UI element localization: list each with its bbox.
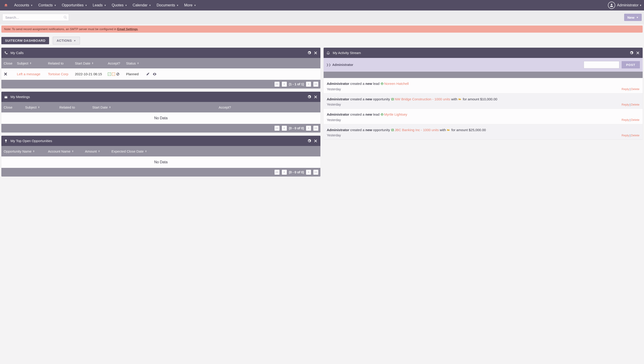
reply-link[interactable]: Reply [622,87,629,91]
panel-activity-stream: My Activity Stream ❯❯ Administrator POST [324,48,643,140]
record-link[interactable]: Myrtle Lightsey [384,112,407,116]
col-related[interactable]: Related to [59,105,92,109]
edit-icon[interactable] [146,72,150,76]
gear-icon[interactable] [307,139,311,143]
pager-prev[interactable]: < [282,170,287,175]
col-related[interactable]: Related to [48,61,75,65]
nav-item-documents[interactable]: Documents▼ [154,0,181,10]
panel-header: My Activity Stream [324,48,643,58]
pager-first[interactable]: << [274,170,280,175]
row-status: Planned [126,72,139,76]
nav-item-accounts[interactable]: Accounts▼ [12,0,36,10]
pager-last[interactable]: >> [313,82,319,87]
home-icon[interactable] [2,2,10,9]
view-icon[interactable] [152,72,157,76]
nav-item-contacts[interactable]: Contacts▼ [36,0,59,10]
svg-point-19 [382,83,382,84]
pager-last[interactable]: >> [313,126,319,131]
col-account[interactable]: Account Name▲▼ [48,150,85,153]
col-close[interactable]: Close [4,61,17,65]
col-start[interactable]: Start Date▲▼ [75,61,108,65]
panel-title: My Top Open Opportunities [11,139,305,143]
reply-link[interactable]: Reply [622,103,629,106]
stream-time: Yesterday [327,118,341,122]
col-start[interactable]: Start Date▲▼ [92,105,132,109]
panel-header: My Calls [1,48,320,58]
delete-link[interactable]: Delete [631,134,639,137]
record-link[interactable]: Noreen Hatchell [384,82,409,86]
chevron-down-icon: ▼ [74,40,76,42]
col-close-date[interactable]: Expected Close Date▲▼ [111,150,318,153]
svg-text:$: $ [392,129,393,131]
stream-text: Administrator created a new opportunity … [327,97,639,102]
col-amount[interactable]: Amount▲▼ [85,150,111,153]
user-menu[interactable]: Administrator ▼ [608,2,642,9]
close-icon[interactable] [314,51,318,55]
close-row-icon[interactable]: ✕ [4,72,8,77]
col-close[interactable]: Close [4,105,25,109]
accept-no-icon[interactable] [116,72,120,76]
nav-item-calendar[interactable]: Calendar▼ [130,0,154,10]
gear-icon[interactable] [307,51,311,55]
close-icon[interactable] [314,139,318,143]
pager: << < (0 - 0 of 0) > >> [1,124,320,132]
toolbar: New ▼ [0,10,644,24]
delete-link[interactable]: Delete [631,118,639,122]
actions-button[interactable]: ACTIONS ▼ [53,37,80,44]
pager-next[interactable]: > [306,126,311,131]
search-button[interactable] [63,14,68,20]
col-accept[interactable]: Accept? [108,61,126,65]
col-accept[interactable]: Accept? [132,105,318,109]
nav-item-opportunities[interactable]: Opportunities▼ [59,0,90,10]
col-subject[interactable]: Subject▲▼ [17,61,48,65]
chevron-down-icon: ▼ [149,4,151,6]
col-name[interactable]: Opportunity Name▲▼ [4,150,48,153]
pager-next[interactable]: > [306,82,311,87]
delete-link[interactable]: Delete [631,103,639,106]
pager-next[interactable]: > [306,170,311,175]
compose-input[interactable] [584,61,619,68]
stream-body[interactable]: Administrator created a new lead Noreen … [324,78,643,140]
nav-item-quotes[interactable]: Quotes▼ [109,0,130,10]
record-link[interactable]: JBC Banking Inc - 1000 units [395,128,439,132]
reply-link[interactable]: Reply [622,118,629,122]
lead-icon [380,113,384,116]
col-status[interactable]: Status▲▼ [126,61,146,65]
pager-prev[interactable]: < [282,126,287,131]
delete-link[interactable]: Delete [631,87,639,91]
sort-icon: ▲▼ [98,150,100,152]
col-subject[interactable]: Subject▲▼ [25,105,59,109]
row-related[interactable]: Tortoise Corp [48,72,68,76]
new-button-label: New [627,16,634,20]
alert-link[interactable]: Email Settings [117,27,138,31]
chevron-down-icon: ▼ [85,4,87,6]
panel-title: My Activity Stream [333,51,627,55]
user-name: Administrator [617,3,638,7]
new-button[interactable]: New ▼ [624,14,642,21]
pager-last[interactable]: >> [313,170,319,175]
phone-icon [4,51,8,55]
pager-first[interactable]: << [274,82,280,87]
table-header: Close Subject▲▼ Related to Start Date▲▼ … [1,102,320,112]
search-input[interactable] [2,14,69,21]
accept-icons: ✓ − [108,72,126,76]
nav-item-more[interactable]: More▼ [181,0,199,10]
gear-icon[interactable] [629,51,633,55]
record-link[interactable]: NW Bridge Construction - 1000 units [395,97,450,101]
post-button[interactable]: POST [622,61,640,68]
reply-link[interactable]: Reply [622,134,629,137]
stream-time: Yesterday [327,87,341,91]
gear-icon[interactable] [307,95,311,99]
pager-first[interactable]: << [274,126,280,131]
close-icon[interactable] [314,95,318,99]
panel-my-meetings: My Meetings Close Subject▲▼ Related to S… [1,92,320,132]
pager-prev[interactable]: < [282,82,287,87]
nav-item-leads[interactable]: Leads▼ [90,0,109,10]
chevron-down-icon: ▼ [636,16,638,19]
close-icon[interactable] [636,51,640,55]
accept-tentative-icon[interactable]: − [112,72,115,76]
accept-yes-icon[interactable]: ✓ [108,72,111,76]
row-subject[interactable]: Left a message [17,72,40,76]
search-wrap [2,14,69,21]
nav-label: Accounts [14,3,29,7]
